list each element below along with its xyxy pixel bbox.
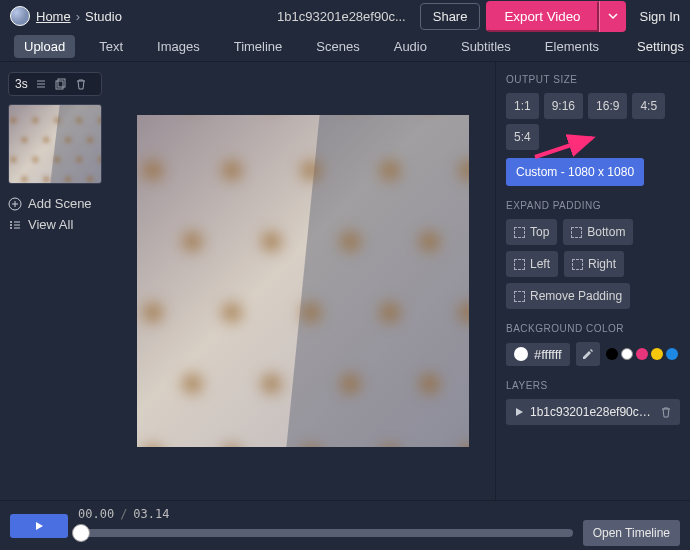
scene-duration[interactable]: 3s: [15, 77, 28, 91]
padding-bottom-button[interactable]: Bottom: [563, 219, 633, 245]
breadcrumb-home[interactable]: Home: [36, 9, 71, 24]
list-icon[interactable]: [34, 78, 48, 90]
ratio-4-5[interactable]: 4:5: [632, 93, 665, 119]
preset-pink[interactable]: [636, 348, 648, 360]
total-time: 03.14: [133, 507, 169, 521]
ratio-1-1[interactable]: 1:1: [506, 93, 539, 119]
menu-scenes[interactable]: Scenes: [306, 35, 369, 58]
sign-in-link[interactable]: Sign In: [640, 9, 680, 24]
background-color-label: BACKGROUND COLOR: [506, 323, 680, 334]
preset-yellow[interactable]: [651, 348, 663, 360]
scene-toolbar: 3s: [8, 72, 102, 96]
chevron-right-icon: ›: [76, 9, 80, 24]
breadcrumb-current: Studio: [85, 9, 122, 24]
list-bullets-icon: [8, 218, 22, 232]
current-time: 00.00: [78, 507, 114, 521]
svg-rect-0: [58, 79, 65, 87]
layer-item[interactable]: 1b1c93201e28ef90cac...: [506, 399, 680, 425]
expand-padding-label: EXPAND PADDING: [506, 200, 680, 211]
menu-subtitles[interactable]: Subtitles: [451, 35, 521, 58]
preview-canvas[interactable]: [137, 115, 469, 447]
play-icon: [34, 521, 44, 531]
menu-images[interactable]: Images: [147, 35, 210, 58]
dashed-box-icon: [514, 227, 525, 238]
background-color-input[interactable]: #ffffff: [506, 343, 570, 366]
scene-thumbnail[interactable]: [8, 104, 102, 184]
dashed-box-icon: [572, 259, 583, 270]
open-timeline-button[interactable]: Open Timeline: [583, 520, 680, 546]
breadcrumb: Home › Studio: [36, 9, 122, 24]
add-scene-button[interactable]: Add Scene: [8, 196, 102, 211]
plus-circle-icon: [8, 197, 22, 211]
remove-padding-button[interactable]: Remove Padding: [506, 283, 630, 309]
color-hex-value: #ffffff: [534, 347, 562, 362]
ratio-9-16[interactable]: 9:16: [544, 93, 583, 119]
preset-black[interactable]: [606, 348, 618, 360]
padding-top-button[interactable]: Top: [506, 219, 557, 245]
ratio-5-4[interactable]: 5:4: [506, 124, 539, 150]
color-swatch: [514, 347, 528, 361]
svg-point-4: [10, 224, 12, 226]
custom-size-button[interactable]: Custom - 1080 x 1080: [506, 158, 644, 186]
app-logo[interactable]: [10, 6, 30, 26]
padding-left-button[interactable]: Left: [506, 251, 558, 277]
view-all-button[interactable]: View All: [8, 217, 102, 232]
dashed-box-icon: [514, 291, 525, 302]
main-menu: Upload Text Images Timeline Scenes Audio…: [0, 32, 690, 62]
view-all-label: View All: [28, 217, 73, 232]
layer-name: 1b1c93201e28ef90cac...: [530, 405, 654, 419]
menu-audio[interactable]: Audio: [384, 35, 437, 58]
svg-rect-1: [56, 81, 63, 89]
menu-text[interactable]: Text: [89, 35, 133, 58]
copy-icon[interactable]: [54, 78, 68, 90]
add-scene-label: Add Scene: [28, 196, 92, 211]
preset-white[interactable]: [621, 348, 633, 360]
output-size-label: OUTPUT SIZE: [506, 74, 680, 85]
menu-elements[interactable]: Elements: [535, 35, 609, 58]
menu-timeline[interactable]: Timeline: [224, 35, 293, 58]
svg-point-3: [10, 221, 12, 223]
svg-point-5: [10, 227, 12, 229]
play-triangle-icon: [514, 407, 524, 417]
preset-blue[interactable]: [666, 348, 678, 360]
settings-link[interactable]: Settings: [637, 39, 684, 54]
share-button[interactable]: Share: [420, 3, 481, 30]
dashed-box-icon: [514, 259, 525, 270]
project-name: 1b1c93201e28ef90c...: [277, 9, 406, 24]
dashed-box-icon: [571, 227, 582, 238]
export-video-button[interactable]: Export Video: [486, 1, 598, 32]
trash-icon[interactable]: [74, 78, 88, 90]
padding-right-button[interactable]: Right: [564, 251, 624, 277]
export-dropdown-button[interactable]: [599, 1, 626, 32]
preset-colors: [606, 348, 678, 360]
timeline-track[interactable]: [78, 529, 573, 537]
layers-label: LAYERS: [506, 380, 680, 391]
play-button[interactable]: [10, 514, 68, 538]
chevron-down-icon: [608, 11, 618, 21]
trash-icon[interactable]: [660, 406, 672, 418]
ratio-16-9[interactable]: 16:9: [588, 93, 627, 119]
eyedropper-button[interactable]: [576, 342, 600, 366]
timeline-handle[interactable]: [72, 524, 90, 542]
time-display: 00.00 / 03.14: [78, 507, 169, 521]
menu-upload[interactable]: Upload: [14, 35, 75, 58]
eyedropper-icon: [582, 348, 594, 360]
